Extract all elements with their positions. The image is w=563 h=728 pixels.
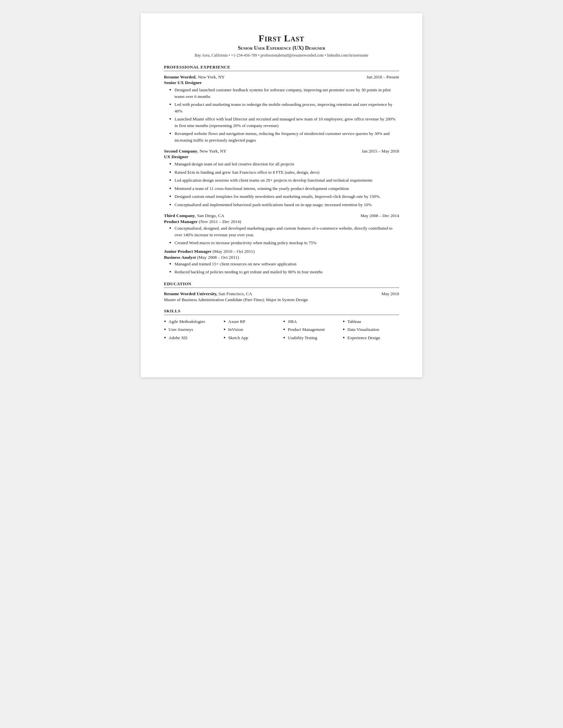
- skills-col-1: Agile Methodologies User Journeys Adobe …: [164, 318, 220, 343]
- job-role-2: UX Designer: [164, 154, 399, 159]
- bullet: Designed custom email templates for mont…: [170, 193, 399, 200]
- bullet: Reduced backlog of policies needing to g…: [170, 269, 399, 275]
- skill-item: JIRA: [283, 318, 340, 325]
- job-role-label-3: Product Manager: [164, 219, 198, 224]
- experience-section-header: Professional Experience: [164, 65, 399, 71]
- education-section-header: Education: [164, 281, 399, 288]
- edu-title-row-1: Resume Worded University, San Francisco,…: [164, 291, 399, 296]
- skills-section-header: Skills: [164, 308, 399, 315]
- bullet: Conceptualized and implemented behaviora…: [170, 202, 399, 208]
- job-dates-3: May 2008 – Dec 2014: [361, 213, 399, 218]
- job-block-2: Second Company, New York, NY Jan 2015 – …: [164, 149, 399, 208]
- skills-col-3: JIRA Product Management Usability Testin…: [283, 318, 340, 343]
- job-bullets-2: Managed design team of ten and led creat…: [164, 161, 399, 208]
- job-bullets-3: Conceptualized, designed, and developed …: [164, 225, 399, 246]
- job-company-3: Third Company, San Diego, CA: [164, 213, 224, 218]
- skill-item: Product Management: [283, 326, 340, 333]
- edu-dates-1: May 2010: [382, 291, 399, 296]
- bullet: Conceptualized, designed, and developed …: [170, 225, 399, 238]
- sub-role-label-2: Business Analyst: [164, 255, 196, 260]
- skill-item: Adobe XD: [164, 335, 220, 341]
- edu-block-1: Resume Worded University, San Francisco,…: [164, 291, 399, 302]
- job-company-1: Resume Worded, New York, NY: [164, 74, 224, 80]
- sub-role-1: Junior Product Manager (May 2010 – Oct 2…: [164, 249, 399, 254]
- edu-degree-1: Master of Business Administration Candid…: [164, 297, 399, 302]
- skills-grid: Agile Methodologies User Journeys Adobe …: [164, 318, 399, 343]
- skills-section: Skills Agile Methodologies User Journeys…: [164, 308, 399, 343]
- bullet: Managed design team of ten and led creat…: [170, 161, 399, 167]
- bullet: Managed and trained 15+ client resources…: [170, 261, 399, 267]
- sub-bullets: Managed and trained 15+ client resources…: [164, 261, 399, 275]
- job-role-3: Product Manager (Nov 2011 – Dec 2014): [164, 219, 399, 224]
- education-section: Education Resume Worded University, San …: [164, 281, 399, 302]
- skills-col-2: Axure RP InVision Sketch App: [223, 318, 280, 343]
- edu-school-name-1: Resume Worded University,: [164, 291, 217, 296]
- sub-role-label-1: Junior Product Manager: [164, 249, 211, 254]
- skills-list-3: JIRA Product Management Usability Testin…: [283, 318, 340, 341]
- skills-list-4: Tableau Data Visualization Experience De…: [343, 318, 399, 341]
- candidate-title: Senior User Experience (UX) Designer: [164, 45, 399, 51]
- job-company-2: Second Company, New York, NY: [164, 149, 226, 154]
- skill-item: Experience Design: [343, 335, 399, 341]
- bullet: Raised $1m in funding and grew San Franc…: [170, 169, 399, 176]
- job-company-name-2: Second Company: [164, 149, 197, 154]
- sub-role-dates-2: (May 2008 – Oct 2011): [197, 255, 239, 260]
- skill-item: Agile Methodologies: [164, 318, 220, 325]
- resume-page: First Last Senior User Experience (UX) D…: [141, 13, 422, 377]
- job-role-dates-3: (Nov 2011 – Dec 2014): [199, 219, 241, 224]
- skill-item: Axure RP: [223, 318, 280, 325]
- skills-list-2: Axure RP InVision Sketch App: [223, 318, 280, 341]
- job-company-name-1: Resume Worded: [164, 74, 195, 79]
- experience-section: Professional Experience Resume Worded, N…: [164, 65, 399, 275]
- job-block-1: Resume Worded, New York, NY Jun 2018 – P…: [164, 74, 399, 143]
- skill-item: InVision: [223, 326, 280, 333]
- bullet: Launched Miami office with lead Director…: [170, 116, 399, 129]
- edu-school-1: Resume Worded University, San Francisco,…: [164, 291, 252, 296]
- sub-role-dates-1: (May 2010 – Oct 2011): [212, 249, 255, 254]
- bullet: Revamped website flows and navigation me…: [170, 130, 399, 143]
- job-role-1: Senior UX Designer: [164, 80, 399, 85]
- skill-item: Sketch App: [223, 335, 280, 341]
- job-title-row-1: Resume Worded, New York, NY Jun 2018 – P…: [164, 74, 399, 80]
- job-dates-2: Jan 2015 – May 2018: [362, 149, 399, 154]
- skills-col-4: Tableau Data Visualization Experience De…: [343, 318, 399, 343]
- skill-item: User Journeys: [164, 326, 220, 333]
- job-company-name-3: Third Company: [164, 213, 195, 218]
- skill-item: Usability Testing: [283, 335, 340, 341]
- job-dates-1: Jun 2018 – Present: [366, 74, 399, 80]
- bullet: Led with product and marketing teams to …: [170, 101, 399, 114]
- skill-item: Tableau: [343, 318, 399, 325]
- bullet: Led application design sessions with cli…: [170, 177, 399, 184]
- job-title-row-3: Third Company, San Diego, CA May 2008 – …: [164, 213, 399, 218]
- sub-role-2: Business Analyst (May 2008 – Oct 2011): [164, 255, 399, 260]
- job-bullets-1: Designed and launched customer feedback …: [164, 87, 399, 143]
- candidate-name: First Last: [164, 33, 399, 44]
- resume-header: First Last Senior User Experience (UX) D…: [164, 33, 399, 58]
- bullet: Created Word macro to increase productiv…: [170, 240, 399, 246]
- sub-roles-block: Junior Product Manager (May 2010 – Oct 2…: [164, 249, 399, 275]
- bullet: Designed and launched customer feedback …: [170, 87, 399, 100]
- skills-list-1: Agile Methodologies User Journeys Adobe …: [164, 318, 220, 341]
- skill-item: Data Visualization: [343, 326, 399, 333]
- candidate-contact: Bay Area, California • +1-234-456-789 • …: [164, 53, 399, 58]
- job-block-3: Third Company, San Diego, CA May 2008 – …: [164, 213, 399, 275]
- bullet: Mentored a team of 11 cross-functional i…: [170, 185, 399, 192]
- job-title-row-2: Second Company, New York, NY Jan 2015 – …: [164, 149, 399, 154]
